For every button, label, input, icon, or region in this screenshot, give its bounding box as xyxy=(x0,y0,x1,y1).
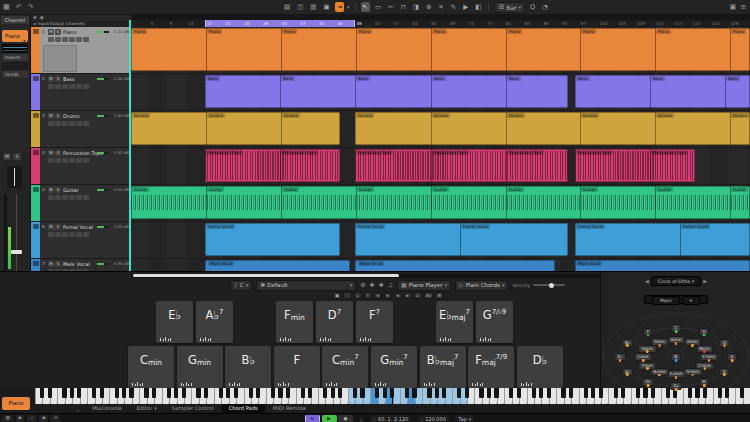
color-tool[interactable]: ◧ xyxy=(473,2,483,12)
chord-pad[interactable]: Gmin xyxy=(177,346,223,388)
glue-tool[interactable]: ⊓ xyxy=(399,2,408,12)
auto-scroll-icon[interactable]: ▥ xyxy=(308,2,318,12)
piano-key-black[interactable] xyxy=(547,388,551,398)
gear-icon[interactable]: ⚙ xyxy=(360,282,365,288)
split-tool[interactable]: ✂ xyxy=(386,2,395,12)
piano-key-black[interactable] xyxy=(234,388,238,398)
piano-key-black[interactable] xyxy=(442,388,446,398)
redo-icon[interactable]: ↷ xyxy=(28,4,34,11)
monitor-button[interactable] xyxy=(55,232,61,237)
piano-key-black[interactable] xyxy=(621,388,625,398)
piano-key-black[interactable] xyxy=(718,388,722,398)
clip-male-vocal[interactable]: Male Vocal xyxy=(575,260,750,271)
piano-key-black[interactable] xyxy=(100,388,104,398)
inspector-eq-display[interactable] xyxy=(2,44,28,53)
edit-channel-button[interactable] xyxy=(62,158,68,163)
history-icon[interactable]: ◫ xyxy=(295,2,305,12)
record-button[interactable]: ● xyxy=(338,415,353,422)
solo-button[interactable]: S xyxy=(13,153,21,160)
mute-button[interactable]: M xyxy=(3,153,11,160)
transpose-right-icon[interactable]: ▸ xyxy=(384,292,392,299)
next-view-icon[interactable]: ▶ xyxy=(703,278,707,284)
piano-key-black[interactable] xyxy=(494,388,498,398)
voicing-right-icon[interactable]: ▸ xyxy=(404,292,412,299)
piano-key-black[interactable] xyxy=(695,388,699,398)
timebase-button[interactable] xyxy=(83,37,89,42)
piano-key-black[interactable] xyxy=(740,388,744,398)
transpose-left-icon[interactable]: ◂ xyxy=(374,292,382,299)
circle-node-Fsmin[interactable]: F♯min xyxy=(699,353,718,361)
setup-toolbar-icon[interactable]: ▣ xyxy=(730,4,737,11)
piano-key-black[interactable] xyxy=(532,388,536,398)
window-menu-icon[interactable]: ▦ xyxy=(3,4,10,11)
tab-editor[interactable]: Editor▾ xyxy=(130,404,164,413)
piano-key-black[interactable] xyxy=(390,388,394,398)
piano-key-black[interactable] xyxy=(167,388,171,398)
track-row[interactable]: 1MSPiano-1.11 dB xyxy=(31,27,130,74)
monitor-button[interactable] xyxy=(55,195,61,200)
clip-guitar[interactable]: GuitarGuitarGuitarGuitarGuitarGuitarGuit… xyxy=(131,186,750,219)
piano-key-black[interactable] xyxy=(412,388,416,398)
piano-key-black[interactable] xyxy=(375,388,379,398)
piano-key-black[interactable] xyxy=(479,388,483,398)
freeze-button[interactable] xyxy=(69,232,75,237)
mute-button[interactable]: M xyxy=(48,224,54,230)
lane-button[interactable] xyxy=(76,84,82,89)
track-header[interactable]: 5MSGuitar-3.05 dB xyxy=(40,185,130,221)
tab-chord-pads[interactable]: Chord Pads xyxy=(222,404,265,413)
tab-midi-remote[interactable]: MIDI Remote xyxy=(266,404,313,413)
chord-pad[interactable]: B♭maj7 xyxy=(420,346,466,388)
cycle-button[interactable]: ↻ xyxy=(305,415,320,422)
piano-key-black[interactable] xyxy=(360,388,364,398)
velocity-slider[interactable] xyxy=(533,284,565,286)
prev-view-icon[interactable]: ◀ xyxy=(645,278,649,284)
circle-node-Fmin[interactable]: Fmin xyxy=(639,362,656,370)
piano-key-black[interactable] xyxy=(636,388,640,398)
chord-pad[interactable]: Cmin xyxy=(128,346,174,388)
root-key-selector[interactable]: ♪ C ▾ xyxy=(230,280,252,291)
erase-tool[interactable]: ◨ xyxy=(411,2,421,12)
window-layout-icon[interactable]: ≡ xyxy=(740,4,746,11)
edit-channel-button[interactable] xyxy=(62,195,68,200)
track-header[interactable]: 4MSPercussion Tops-4.42 dB xyxy=(40,148,130,184)
solo-button[interactable]: S xyxy=(55,187,61,193)
chord-pad[interactable]: Cmin7 xyxy=(322,346,368,388)
clip-male-vocal[interactable]: Male Vocal xyxy=(355,260,555,271)
track-row[interactable]: 6MSFemal Vocal-3.05 dB xyxy=(31,222,130,259)
add-pad-icon[interactable]: ✚ xyxy=(370,282,375,288)
meter-dropdown-icon[interactable]: ⊥ xyxy=(27,415,36,422)
piano-key-black[interactable] xyxy=(129,388,133,398)
clip-percussion-tops[interactable]: Percussion TopsPercussion Tops xyxy=(205,149,340,182)
record-enable-button[interactable] xyxy=(48,158,54,163)
record-enable-button[interactable] xyxy=(48,121,54,126)
mute-button[interactable]: M xyxy=(48,261,54,267)
voicing-left-icon[interactable]: ◂ xyxy=(394,292,402,299)
chord-pad[interactable]: Fmin xyxy=(276,301,313,343)
piano-key-black[interactable] xyxy=(584,388,588,398)
freeze-button[interactable] xyxy=(69,195,75,200)
freeze-button[interactable] xyxy=(69,84,75,89)
iterative-quantize-icon[interactable]: ◔ xyxy=(540,2,550,12)
lane-button[interactable] xyxy=(76,158,82,163)
track-header[interactable]: 3MSDrums-1.63 dB xyxy=(40,111,130,147)
clip-percussion-tops[interactable]: Percussion TopsPercussion TopsPercussion… xyxy=(355,149,568,182)
piano-key-black[interactable] xyxy=(509,388,513,398)
piano-key-black[interactable] xyxy=(256,388,260,398)
piano-key-black[interactable] xyxy=(643,388,647,398)
edit-channel-button[interactable] xyxy=(62,37,68,42)
monitor-button[interactable] xyxy=(55,121,61,126)
range-selection-tool[interactable]: ▭ xyxy=(373,2,383,12)
solo-button[interactable]: S xyxy=(55,261,61,267)
clip-bass[interactable]: BassBassBassBassBass xyxy=(205,75,568,108)
piano-key-black[interactable] xyxy=(405,388,409,398)
circle-node-Amin[interactable]: Amin xyxy=(667,336,685,344)
chord-pad[interactable]: Gmin7 xyxy=(371,346,417,388)
piano-key-black[interactable] xyxy=(383,388,387,398)
clip-femal-vocal[interactable]: Femal VocalFemal Vocal xyxy=(355,223,568,256)
mute-button[interactable]: M xyxy=(48,76,54,82)
piano-key-black[interactable] xyxy=(517,388,521,398)
snap-icon[interactable]: ⇥ xyxy=(335,2,344,12)
piano-key-black[interactable] xyxy=(569,388,573,398)
piano-key-black[interactable] xyxy=(271,388,275,398)
circle-node-E[interactable]: E xyxy=(720,368,730,376)
